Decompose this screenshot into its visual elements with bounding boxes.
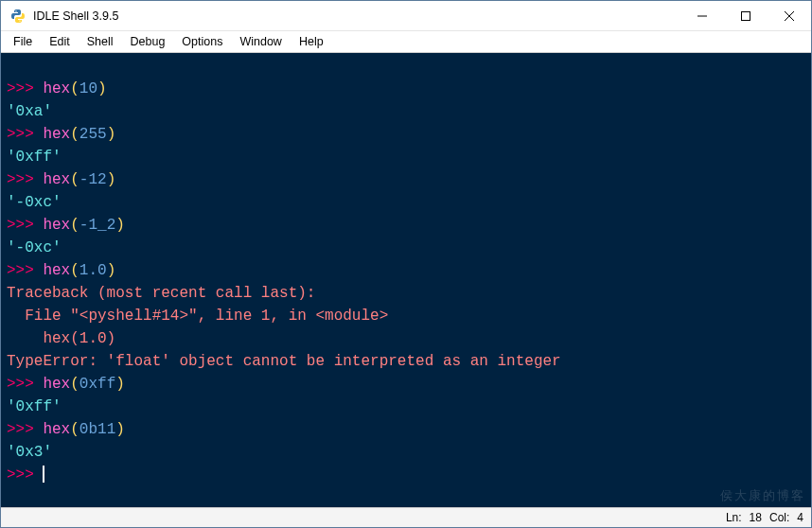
- shell-line: >>> hex(0b11): [7, 418, 805, 441]
- token-prompt: >>>: [7, 262, 43, 279]
- token-punct: ): [115, 217, 125, 234]
- shell-line: '0xff': [7, 396, 805, 418]
- col-label: Col:: [769, 511, 789, 524]
- line-label: Ln:: [726, 511, 742, 524]
- token-num: 1.0: [79, 262, 107, 279]
- shell-editor[interactable]: >>> hex(10)'0xa'>>> hex(255)'0xff'>>> he…: [1, 53, 811, 507]
- menu-file[interactable]: File: [5, 33, 41, 50]
- token-punct: ): [107, 262, 116, 279]
- shell-line: '-0xc': [7, 191, 805, 214]
- token-punct: (: [70, 262, 79, 279]
- menu-window[interactable]: Window: [231, 33, 290, 50]
- menubar: FileEditShellDebugOptionsWindowHelp: [1, 31, 811, 53]
- line-number: 18: [750, 511, 762, 524]
- python-icon: [10, 9, 26, 24]
- shell-line: '0xa': [7, 100, 805, 123]
- shell-line: '0xff': [7, 146, 805, 168]
- token-str: '0x3': [7, 444, 52, 461]
- menu-edit[interactable]: Edit: [41, 33, 79, 50]
- window-controls: [680, 1, 811, 30]
- shell-line: >>> hex(0xff): [7, 373, 805, 396]
- token-punct: (: [70, 171, 79, 188]
- token-punct: ): [107, 126, 116, 143]
- col-number: 4: [797, 511, 803, 524]
- menu-options[interactable]: Options: [173, 33, 231, 50]
- token-str: '0xff': [7, 149, 62, 166]
- token-str: '0xa': [7, 103, 52, 120]
- text-cursor: [43, 466, 44, 483]
- titlebar: IDLE Shell 3.9.5: [1, 1, 811, 31]
- token-prompt: >>>: [7, 171, 43, 188]
- maximize-button[interactable]: [724, 1, 768, 30]
- token-num: -12: [79, 171, 107, 188]
- token-num: 0b11: [79, 421, 115, 438]
- token-err: hex(1.0): [7, 330, 115, 347]
- window-title: IDLE Shell 3.9.5: [33, 9, 680, 23]
- token-punct: ): [115, 421, 125, 438]
- token-func: hex: [43, 262, 70, 279]
- token-punct: ): [107, 171, 116, 188]
- shell-line: >>> hex(10): [7, 78, 805, 100]
- token-punct: (: [70, 80, 79, 97]
- token-func: hex: [43, 421, 70, 438]
- shell-line: File "<pyshell#14>", line 1, in <module>: [7, 305, 805, 327]
- token-func: hex: [43, 80, 70, 97]
- token-err: Traceback (most recent call last):: [7, 285, 315, 302]
- shell-line: >>> hex(-1_2): [7, 214, 805, 237]
- shell-line: >>> hex(255): [7, 123, 805, 146]
- token-prompt: >>>: [7, 421, 43, 438]
- token-str: '-0xc': [7, 194, 62, 211]
- shell-line: hex(1.0): [7, 327, 805, 350]
- token-str: '0xff': [7, 398, 62, 415]
- token-prompt: >>>: [7, 217, 43, 234]
- token-func: hex: [43, 376, 70, 393]
- svg-rect-1: [742, 11, 750, 20]
- menu-debug[interactable]: Debug: [122, 33, 174, 50]
- token-punct: (: [70, 376, 79, 393]
- token-prompt: >>>: [7, 80, 43, 97]
- token-punct: ): [115, 376, 125, 393]
- shell-line: >>>: [7, 464, 805, 486]
- token-err: TypeError: 'float' object cannot be inte…: [7, 353, 561, 370]
- token-func: hex: [43, 171, 70, 188]
- shell-line: >>> hex(-12): [7, 168, 805, 191]
- watermark: 侯大康的博客: [720, 484, 805, 507]
- shell-line: Traceback (most recent call last):: [7, 282, 805, 305]
- token-num: -1_2: [79, 217, 115, 234]
- token-punct: ): [97, 80, 107, 97]
- statusbar: Ln: 18 Col: 4: [1, 507, 811, 527]
- menu-help[interactable]: Help: [291, 33, 332, 50]
- minimize-button[interactable]: [680, 1, 724, 30]
- token-punct: (: [70, 421, 79, 438]
- token-num: 10: [79, 80, 97, 97]
- token-prompt: >>>: [7, 376, 43, 393]
- token-num: 0xff: [79, 376, 115, 393]
- shell-line: >>> hex(1.0): [7, 259, 805, 282]
- token-prompt: >>>: [7, 126, 43, 143]
- token-str: '-0xc': [7, 239, 62, 256]
- shell-line: '-0xc': [7, 237, 805, 259]
- token-prompt: >>>: [7, 466, 43, 484]
- menu-shell[interactable]: Shell: [79, 33, 122, 50]
- token-punct: (: [70, 217, 79, 234]
- token-num: 255: [79, 126, 107, 143]
- shell-line: '0x3': [7, 441, 805, 464]
- close-button[interactable]: [768, 1, 811, 30]
- token-err: File "<pyshell#14>", line 1, in <module>: [7, 308, 388, 325]
- token-punct: (: [70, 126, 79, 143]
- shell-line: TypeError: 'float' object cannot be inte…: [7, 350, 805, 373]
- token-func: hex: [43, 217, 70, 234]
- token-func: hex: [43, 126, 70, 143]
